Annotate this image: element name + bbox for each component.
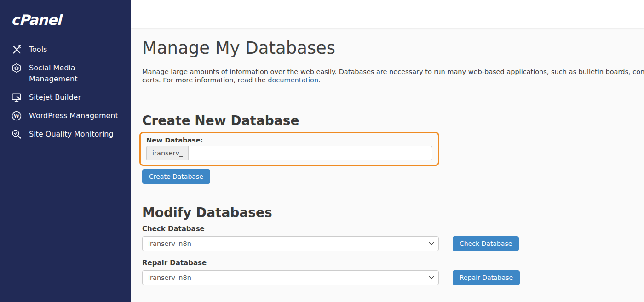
sitejet-builder-icon [11,92,22,103]
modify-databases-heading: Modify Databases [142,205,644,221]
database-prefix: iranserv_ [146,146,188,160]
page-title: Manage My Databases [142,28,644,58]
sidebar-item-label: Social Media Management [29,63,119,85]
sidebar-item-label: Site Quality Monitoring [29,129,119,140]
cpanel-logo[interactable]: cPanel [11,11,61,28]
repair-database-select[interactable]: iranserv_n8n [142,270,439,285]
description-line-1: Manage large amounts of information over… [142,68,644,76]
check-database-select[interactable]: iranserv_n8n [142,236,439,251]
new-database-input-group: iranserv_ [146,146,432,160]
create-database-button[interactable]: Create Database [142,169,210,184]
check-database-row: iranserv_n8n Check Database [142,236,644,251]
site-quality-icon [11,129,22,140]
check-database-button[interactable]: Check Database [453,236,519,251]
sidebar-item-label: Sitejet Builder [29,92,119,103]
sidebar-item-social-media-management[interactable]: Social Media Management [0,59,131,88]
repair-database-button[interactable]: Repair Database [453,270,520,285]
page-description: Manage large amounts of information over… [142,68,644,85]
page-content: Manage My Databases Manage large amounts… [131,28,644,285]
check-database-label: Check Database [142,224,644,234]
sidebar-item-sitejet-builder[interactable]: Sitejet Builder [0,88,131,107]
repair-database-row: iranserv_n8n Repair Database [142,270,644,285]
new-database-input[interactable] [188,146,432,160]
top-header-bar [131,0,644,28]
new-database-label: New Database: [146,136,432,145]
sidebar-item-site-quality-monitoring[interactable]: Site Quality Monitoring [0,125,131,143]
create-new-database-heading: Create New Database [142,113,644,129]
main-content: Manage My Databases Manage large amounts… [131,0,644,302]
description-line-2: carts. For more information, read the do… [142,76,644,85]
repair-database-select-wrap: iranserv_n8n [142,270,439,285]
description-text: carts. For more information, read the [142,76,268,84]
sidebar-item-label: WordPress Management [29,110,119,121]
sidebar-item-tools[interactable]: Tools [0,40,131,59]
social-media-icon [11,63,22,74]
sidebar-item-label: Tools [29,44,119,55]
check-database-select-wrap: iranserv_n8n [142,236,439,251]
svg-text:W: W [13,113,20,119]
sidebar-nav: Tools Social Media Management [0,40,131,143]
documentation-link[interactable]: documentation [268,76,318,84]
wordpress-icon: W [11,110,22,121]
tools-icon [11,44,22,55]
sidebar: cPanel Tools [0,0,131,302]
sidebar-item-wordpress-management[interactable]: W WordPress Management [0,107,131,125]
description-period: . [318,76,321,84]
repair-database-label: Repair Database [142,258,644,268]
new-database-highlight-box: New Database: iranserv_ [139,132,439,166]
